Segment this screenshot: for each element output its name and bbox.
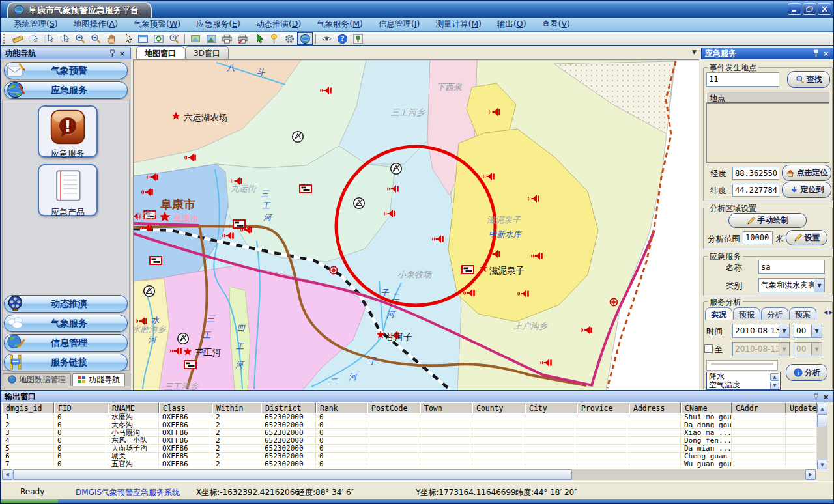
column-header-City[interactable]: City	[525, 402, 577, 413]
nav-group-bottom-0[interactable]: 动态推演	[4, 295, 128, 313]
station-flag-icon[interactable]	[233, 220, 245, 228]
menu-item-4[interactable]: 动态推演(D)	[248, 18, 309, 31]
table-row[interactable]: 10水磨沟OXFF8626523020000Shui mo gou	[2, 413, 817, 421]
service-type-combo[interactable]: 气象和洪水灾害▼	[758, 278, 825, 292]
facility-marker-icon[interactable]	[293, 132, 304, 143]
pin-icon[interactable]	[108, 49, 117, 58]
station-flag-icon[interactable]	[184, 361, 196, 369]
tab-scroll-left-icon[interactable]: ◀	[824, 309, 827, 315]
nav-group-0[interactable]: 气象预警	[4, 62, 128, 79]
analysis-tab-0[interactable]: 实况	[705, 307, 732, 320]
table-row[interactable]: 40东风一小队OXFF8626523020000Dong fen...	[2, 437, 817, 445]
column-header-Address[interactable]: Address	[629, 402, 681, 413]
export-image-icon[interactable]	[203, 32, 219, 45]
select-feature-icon[interactable]	[250, 32, 266, 45]
toolbar-grip[interactable]	[3, 34, 7, 44]
column-header-County[interactable]: County	[472, 402, 525, 413]
refresh-icon[interactable]	[151, 32, 166, 45]
column-header-Provice[interactable]: Provice	[577, 402, 629, 413]
column-header-Update[interactable]: Update	[786, 402, 817, 413]
column-header-FID[interactable]: FID	[54, 402, 108, 413]
menu-item-8[interactable]: 输出(O)	[489, 18, 534, 31]
scroll-down-icon[interactable]: ▼	[817, 460, 827, 469]
nav-group-bottom-1[interactable]: 气象服务	[4, 315, 128, 332]
factor-item-1[interactable]: 空气温度	[707, 381, 780, 389]
menu-item-3[interactable]: 应急服务(E)	[188, 18, 248, 31]
layers-icon[interactable]	[188, 32, 203, 45]
menu-item-9[interactable]: 查看(V)	[534, 18, 578, 31]
menu-item-0[interactable]: 系统管理(S)	[6, 18, 66, 31]
table-row[interactable]: 50大面场子沟OXFF8626523020000Da mian ...	[2, 445, 817, 453]
service-name-input[interactable]	[758, 260, 825, 274]
station-flag-icon[interactable]	[150, 257, 162, 264]
nav-tab-0[interactable]: 地图数据管理	[3, 373, 71, 386]
placemark-icon[interactable]	[266, 32, 281, 45]
analyze-button[interactable]: i 分析	[786, 364, 827, 381]
print-icon[interactable]	[219, 32, 235, 45]
wheel-marker-icon[interactable]	[610, 298, 617, 305]
scroll-left-icon[interactable]: ◀	[2, 469, 12, 480]
shortcut-1[interactable]: 应急产品	[38, 164, 98, 216]
nav-group-bottom-2[interactable]: 信息管理	[4, 334, 128, 352]
nav-group-bottom-3[interactable]: 服务链接	[4, 354, 128, 371]
column-header-RNAME[interactable]: RNAME	[108, 402, 159, 413]
restore-button[interactable]	[803, 3, 816, 15]
table-row[interactable]: 70五官沟OXFF8626523020000Wu guan gou	[2, 460, 817, 468]
minimize-button[interactable]	[788, 3, 801, 15]
scroll-down-icon[interactable]: ▼	[770, 382, 779, 389]
pin-icon[interactable]	[811, 49, 821, 58]
menu-item-5[interactable]: 气象服务(M)	[309, 18, 371, 31]
scroll-up-icon[interactable]: ▲	[817, 404, 827, 413]
tab-3d-window[interactable]: 3D窗口	[185, 46, 229, 59]
wheel-marker-icon[interactable]	[330, 266, 337, 273]
click-locate-button[interactable]: 点击定位	[782, 165, 831, 181]
facility-marker-icon[interactable]	[178, 333, 189, 344]
column-header-Rank[interactable]: Rank	[316, 402, 367, 413]
scrollbar-thumb[interactable]	[817, 414, 827, 427]
analysis-tab-2[interactable]: 分析	[761, 307, 788, 320]
column-header-Within[interactable]: Within	[212, 402, 261, 413]
print-preview-icon[interactable]	[235, 32, 250, 45]
analysis-tab-3[interactable]: 预案	[789, 307, 816, 320]
table-row[interactable]: 60城关OXFF8526523020000Cheng guan	[2, 453, 817, 460]
hour-from-combo[interactable]: 00▼	[794, 324, 822, 338]
location-list[interactable]	[706, 103, 829, 163]
column-header-CName[interactable]: CName	[681, 402, 732, 413]
longitude-input[interactable]	[732, 167, 779, 180]
column-header-dmgis_id[interactable]: dmgis_id	[2, 402, 54, 413]
column-header-Town[interactable]: Town	[420, 402, 472, 413]
table-row[interactable]: 30小马厩沟OXFF8626523020000Xiao ma ...	[2, 429, 817, 437]
settings-icon[interactable]	[281, 32, 297, 45]
export-icon[interactable]	[350, 32, 366, 45]
nav-group-1[interactable]: 应急服务	[4, 81, 128, 99]
search-button[interactable]: 查找	[787, 71, 830, 88]
range-input[interactable]	[743, 231, 773, 244]
map-canvas[interactable]: 八斗六运湖农场三工河乡下西泉九运街阜康市阜康市城关镇滋泥泉子中新水库滋泥泉子小泉…	[133, 59, 699, 390]
select-rect-icon[interactable]	[41, 32, 57, 45]
hour-to-combo[interactable]: 00▼	[794, 342, 822, 356]
location-search-input[interactable]	[706, 72, 779, 87]
facility-marker-icon[interactable]	[354, 198, 365, 209]
vertical-scrollbar[interactable]: ▲ ▼	[817, 404, 827, 469]
close-icon[interactable]: ×	[117, 49, 127, 58]
facility-marker-icon[interactable]	[391, 163, 402, 175]
scroll-right-icon[interactable]: ▶	[805, 469, 816, 480]
full-extent-icon[interactable]	[135, 32, 151, 45]
close-icon[interactable]: ×	[821, 49, 831, 58]
pan-icon[interactable]	[104, 32, 119, 45]
menu-item-2[interactable]: 气象预警(W)	[126, 18, 188, 31]
eye-icon[interactable]	[319, 32, 334, 45]
menu-item-6[interactable]: 信息管理(I)	[371, 18, 427, 31]
menu-item-7[interactable]: 测量计算(M)	[427, 18, 489, 31]
tab-map-window[interactable]: 地图窗口	[136, 46, 184, 59]
scrollbar-thumb[interactable]	[13, 469, 572, 480]
select-lasso-icon[interactable]	[57, 32, 72, 45]
factor-list[interactable]: 降水空气温度	[706, 372, 781, 390]
nav-tab-1[interactable]: 功能导航	[72, 373, 125, 386]
column-header-PostCode[interactable]: PostCode	[367, 402, 420, 413]
manual-draw-button[interactable]: 手动绘制	[728, 213, 807, 228]
pointer-icon[interactable]	[119, 32, 135, 45]
location-list-header[interactable]: 地点	[706, 92, 829, 103]
select-circle-icon[interactable]	[25, 32, 41, 45]
table-row[interactable]: 20大冬沟OXFF8626523020000Da dong gou	[2, 421, 817, 429]
